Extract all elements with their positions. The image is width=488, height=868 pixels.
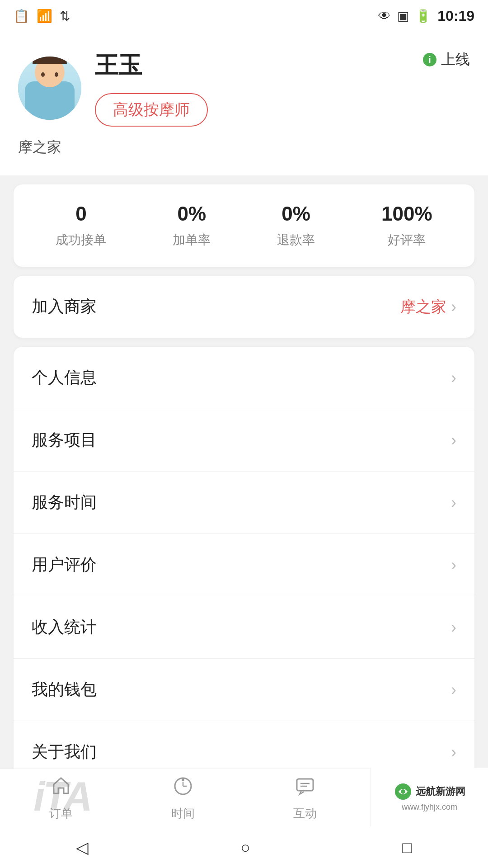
chevron-icon: › <box>451 680 456 699</box>
chevron-icon: › <box>451 618 456 637</box>
menu-item-service-time[interactable]: 服务时间 › <box>14 472 474 534</box>
document-icon: 📋 <box>14 9 29 24</box>
nav-label-time: 时间 <box>171 806 195 821</box>
menu-item-personal-info[interactable]: 个人信息 › <box>14 347 474 409</box>
store-name: 摩之家 <box>18 137 470 157</box>
brand-logo-area: 远航新游网 <box>394 783 465 801</box>
menu-label-reviews: 用户评价 <box>32 554 97 576</box>
svg-point-8 <box>401 789 405 794</box>
menu-right-services: › <box>451 431 456 450</box>
svg-point-2 <box>182 778 184 780</box>
profile-top: i 上线 王玉 高级按摩师 <box>18 50 470 127</box>
stat-value-rating: 100% <box>381 203 432 225</box>
menu-right-reviews: › <box>451 556 456 575</box>
menu-right-income: › <box>451 618 456 637</box>
menu-label-service-time: 服务时间 <box>32 491 97 514</box>
eye-icon: 👁 <box>378 9 391 24</box>
brand-url: www.fjyhjx.com <box>402 802 457 812</box>
menu-right-about: › <box>451 743 456 762</box>
wifi-icon: 📶 <box>37 9 52 24</box>
chat-icon <box>294 775 316 802</box>
stat-label-addon: 加单率 <box>173 231 211 249</box>
menu-right-personal-info: › <box>451 368 456 387</box>
brand-logo-icon <box>394 783 412 801</box>
join-merchant-label: 加入商家 <box>32 296 97 318</box>
menu-right-service-time: › <box>451 493 456 512</box>
nav-item-interact[interactable]: 互动 <box>244 775 366 821</box>
clock-icon <box>172 775 194 802</box>
join-merchant-value: 摩之家 <box>400 297 446 317</box>
stat-value-orders: 0 <box>75 203 86 225</box>
profile-info: i 上线 王玉 高级按摩师 <box>95 50 470 127</box>
stat-item-addon: 0% 加单率 <box>173 203 211 249</box>
online-status-text: 上线 <box>441 50 470 70</box>
menu-item-income[interactable]: 收入统计 › <box>14 596 474 659</box>
online-indicator: i <box>423 53 436 66</box>
stat-value-refund: 0% <box>282 203 310 225</box>
stat-label-orders: 成功接单 <box>56 231 106 249</box>
title-badge[interactable]: 高级按摩师 <box>95 93 208 127</box>
recents-button[interactable]: □ <box>402 838 412 857</box>
system-nav-bar: ◁ ○ □ <box>0 827 488 868</box>
nav-item-time[interactable]: 时间 <box>122 775 244 821</box>
stat-label-refund: 退款率 <box>277 231 315 249</box>
stats-card: 0 成功接单 0% 加单率 0% 退款率 100% 好评率 <box>14 184 474 267</box>
ita-text: iTA <box>33 774 90 820</box>
stat-item-rating: 100% 好评率 <box>381 203 432 249</box>
svg-rect-3 <box>297 779 313 791</box>
chevron-icon: › <box>451 368 456 387</box>
menu-label-wallet: 我的钱包 <box>32 679 97 701</box>
avatar <box>18 57 81 120</box>
home-button[interactable]: ○ <box>240 838 250 857</box>
battery-icon: 🔋 <box>415 9 431 24</box>
chevron-icon: › <box>451 556 456 575</box>
chevron-icon: › <box>451 297 456 316</box>
stat-item-refund: 0% 退款率 <box>277 203 315 249</box>
profile-section: i 上线 王玉 高级按摩师 摩之家 <box>0 32 488 175</box>
menu-right-wallet: › <box>451 680 456 699</box>
brand-name: 远航新游网 <box>416 785 465 798</box>
chevron-icon: › <box>451 743 456 762</box>
brand-watermark: 远航新游网 www.fjyhjx.com <box>371 768 488 826</box>
menu-label-income: 收入统计 <box>32 616 97 638</box>
stat-label-rating: 好评率 <box>388 231 426 249</box>
nav-label-interact: 互动 <box>293 806 317 821</box>
status-right-icons: 👁 ▣ 🔋 10:19 <box>378 8 474 24</box>
status-time: 10:19 <box>437 8 474 24</box>
profile-name: 王玉 <box>95 50 470 81</box>
menu-label-about: 关于我们 <box>32 741 97 763</box>
status-bar: 📋 📶 ⇅ 👁 ▣ 🔋 10:19 <box>0 0 488 32</box>
avatar-image <box>18 57 81 120</box>
menu-label-services: 服务项目 <box>32 429 97 451</box>
chevron-icon: › <box>451 431 456 450</box>
stat-item-orders: 0 成功接单 <box>56 203 106 249</box>
join-merchant-card: 加入商家 摩之家 › <box>14 276 474 338</box>
signal-icon: ⇅ <box>60 9 70 24</box>
menu-item-wallet[interactable]: 我的钱包 › <box>14 659 474 721</box>
back-button[interactable]: ◁ <box>76 838 89 857</box>
menu-item-reviews[interactable]: 用户评价 › <box>14 534 474 596</box>
join-merchant-item[interactable]: 加入商家 摩之家 › <box>14 276 474 338</box>
menu-item-services[interactable]: 服务项目 › <box>14 409 474 472</box>
stat-value-addon: 0% <box>177 203 206 225</box>
ita-watermark: iTA <box>0 766 124 827</box>
chevron-icon: › <box>451 493 456 512</box>
status-left-icons: 📋 📶 ⇅ <box>14 9 70 24</box>
sim-icon: ▣ <box>397 9 409 24</box>
menu-label-personal-info: 个人信息 <box>32 367 97 389</box>
online-badge-area: i 上线 <box>423 50 470 70</box>
join-merchant-right: 摩之家 › <box>400 297 456 317</box>
